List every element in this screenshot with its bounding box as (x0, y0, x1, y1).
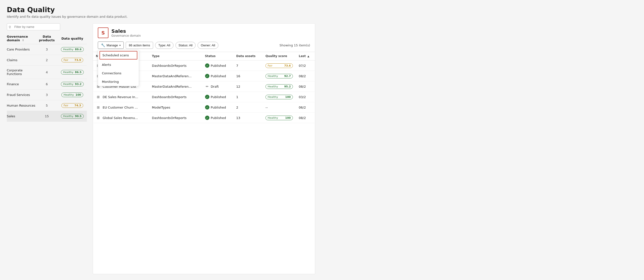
dropdown-item-scheduled-scans[interactable]: Scheduled scans (100, 51, 137, 60)
td-status: ✓ Published (202, 71, 234, 81)
search-input[interactable] (7, 23, 60, 30)
list-item[interactable]: Human Resources 5 Fair 74.3 (7, 100, 87, 111)
td-last: 06/2 (296, 102, 315, 113)
td-type: DashboardsOrReports (149, 61, 202, 71)
domain-list: Care Providers 3 Healthy 89.6 Claims 2 F… (7, 44, 87, 122)
td-quality-score: Fair 73.6 (262, 61, 296, 71)
quality-badge: Healthy 92.7 (266, 74, 293, 78)
owner-filter-button[interactable]: Owner: All (198, 42, 218, 49)
domain-quality-badge: Healthy 93.2 (58, 82, 87, 87)
th-last: Last ▲ (296, 52, 315, 61)
manage-label: Manage (106, 44, 118, 47)
status-cell: ✓ Published (205, 95, 230, 99)
td-data-assets: 16 (233, 71, 262, 81)
header-products: Data products (36, 35, 58, 42)
badge-label: Fair (64, 59, 68, 62)
list-item[interactable]: Care Providers 3 Healthy 89.6 (7, 44, 87, 55)
td-type: ModelTypes (149, 102, 202, 113)
domain-products-count: 15 (36, 114, 58, 118)
domain-products-count: 4 (36, 70, 58, 74)
badge-score: 100 (285, 116, 291, 119)
sort-icon: ↑ (22, 39, 24, 42)
page-title: Data Quality (7, 6, 315, 14)
badge-score: 92.7 (284, 75, 291, 78)
manage-dropdown: Scheduled scansAlertsConnectionsMonitori… (98, 50, 139, 86)
td-name: ⊞ DE Sales Revenue In... (93, 92, 149, 102)
list-item[interactable]: Claims 2 Fair 73.9 (7, 55, 87, 66)
domain-header-row: S Sales Governance domain (98, 28, 310, 38)
table-row[interactable]: ⊞ DE Sales Revenue In... DashboardsOrRep… (93, 92, 315, 102)
th-quality-score: Quality score (262, 52, 296, 61)
table-row[interactable]: ⊞ EU Customer Churn ... ModelTypes ✓ Pub… (93, 102, 315, 113)
badge-label: Healthy (63, 48, 74, 51)
badge-label: Healthy (268, 75, 278, 78)
product-name-cell: ⊞ DE Sales Revenue In... (96, 95, 146, 99)
product-name: EU Customer Churn ... (103, 106, 138, 109)
showing-text: Showing 15 item(s) (280, 44, 310, 47)
domain-products-count: 3 (36, 48, 58, 51)
th-status: Status (202, 52, 234, 61)
status-cell: ✏️ Draft (205, 84, 230, 89)
published-icon: ✓ (205, 74, 210, 78)
list-item[interactable]: Sales 15 Healthy 90.5 (7, 111, 87, 122)
td-status: ✓ Published (202, 102, 234, 113)
quality-badge: Healthy 89.6 (61, 47, 84, 52)
td-status: ✓ Published (202, 92, 234, 102)
td-quality-score: Healthy 100 (262, 92, 296, 102)
list-item[interactable]: Fraud Services 3 Healthy 100 (7, 90, 87, 100)
published-icon: ✓ (205, 63, 210, 68)
badge-label: Healthy (268, 116, 278, 119)
header-domain: Governance domain ↑ (7, 35, 36, 42)
dropdown-item-alerts[interactable]: Alerts (98, 61, 139, 69)
badge-label: Healthy (63, 115, 74, 118)
chevron-down-icon: ▾ (120, 44, 120, 47)
badge-label: Healthy (63, 83, 74, 86)
dropdown-item-monitoring[interactable]: Monitoring (98, 78, 139, 86)
quality-badge: Healthy 86.5 (61, 70, 84, 75)
manage-button[interactable]: 🔧 Manage ▾ (98, 42, 124, 49)
type-filter-button[interactable]: Type: All (155, 42, 173, 49)
badge-score: 73.9 (74, 59, 81, 62)
badge-score: 86.5 (75, 71, 82, 74)
domain-info-title: Sales (112, 28, 141, 34)
table-row[interactable]: ⊞ Global Sales Revenu... DashboardsOrRep… (93, 113, 315, 123)
quality-badge: Fair 73.9 (62, 58, 83, 62)
domain-name: Finance (7, 82, 36, 86)
right-header: S Sales Governance domain 🔧 Manage ▾ (93, 24, 315, 52)
badge-score: 100 (76, 93, 81, 96)
domain-products-count: 2 (36, 58, 58, 62)
quality-badge: Healthy 90.5 (61, 114, 84, 119)
product-name: Global Sales Revenu... (103, 116, 138, 120)
badge-score: 100 (285, 95, 291, 99)
page-container: Data Quality Identify and fix data quali… (0, 0, 322, 280)
domain-name: Fraud Services (7, 93, 36, 97)
status-filter-button[interactable]: Status: All (176, 42, 196, 49)
filter-icon: ⚲ (9, 25, 11, 29)
domain-products-count: 3 (36, 93, 58, 97)
domain-products-count: 5 (36, 104, 58, 107)
td-last: 08/2 (296, 81, 315, 92)
action-items-button[interactable]: 86 action items (126, 42, 153, 49)
td-quality-score: Healthy 92.7 (262, 71, 296, 81)
published-icon: ✓ (205, 95, 210, 99)
td-status: ✓ Published (202, 61, 234, 71)
badge-score: 74.3 (74, 104, 81, 107)
domain-info-subtitle: Governance domain (112, 34, 141, 37)
quality-dash: -- (266, 106, 268, 109)
dropdown-item-connections[interactable]: Connections (98, 69, 139, 78)
badge-score: 95.2 (284, 85, 291, 88)
status-label: Draft (211, 85, 219, 88)
published-icon: ✓ (205, 116, 210, 120)
status-label: Published (211, 74, 226, 78)
status-label: Published (211, 95, 226, 99)
list-item[interactable]: Finance 6 Healthy 93.2 (7, 79, 87, 90)
filter-wrapper: ⚲ (7, 23, 87, 30)
domain-products-count: 6 (36, 82, 58, 86)
badge-score: 73.6 (284, 64, 291, 67)
td-quality-score: Healthy 95.2 (262, 81, 296, 92)
status-cell: ✓ Published (205, 105, 230, 110)
list-item[interactable]: Corporate Functions 4 Healthy 86.5 (7, 66, 87, 79)
badge-label: Healthy (268, 95, 278, 99)
domain-info: Sales Governance domain (112, 28, 141, 37)
status-cell: ✓ Published (205, 74, 230, 78)
